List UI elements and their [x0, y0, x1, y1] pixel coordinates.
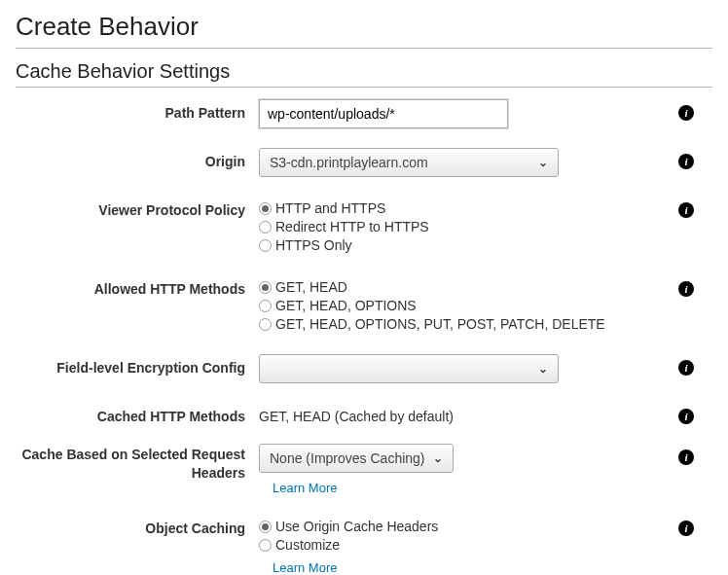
viewer-protocol-option-https-only[interactable]: HTTPS Only [259, 237, 660, 253]
allowed-methods-option-all[interactable]: GET, HEAD, OPTIONS, PUT, POST, PATCH, DE… [259, 316, 660, 332]
origin-selected-value: S3-cdn.printplaylearn.com [270, 155, 428, 170]
cache-headers-select[interactable]: None (Improves Caching) ⌄ [259, 444, 454, 473]
cache-headers-selected-value: None (Improves Caching) [270, 450, 425, 466]
path-pattern-input[interactable] [259, 99, 508, 128]
chevron-down-icon: ⌄ [538, 362, 548, 376]
allowed-methods-option-get-head[interactable]: GET, HEAD [259, 279, 660, 295]
radio-icon [259, 539, 272, 552]
cache-headers-learn-more-link[interactable]: Learn More [273, 481, 660, 495]
radio-icon [259, 318, 272, 331]
viewer-protocol-option-redirect[interactable]: Redirect HTTP to HTTPS [259, 219, 660, 234]
radio-label: GET, HEAD [275, 279, 347, 295]
cache-headers-label: Cache Based on Selected Request Headers [16, 444, 259, 483]
cached-methods-value: GET, HEAD (Cached by default) [259, 403, 660, 424]
title-divider [16, 48, 712, 49]
origin-select[interactable]: S3-cdn.printplaylearn.com ⌄ [259, 148, 559, 177]
origin-label: Origin [16, 148, 259, 169]
field-level-encryption-select[interactable]: ⌄ [259, 354, 559, 383]
object-caching-option-customize[interactable]: Customize [259, 537, 660, 553]
object-caching-option-origin[interactable]: Use Origin Cache Headers [259, 519, 660, 534]
info-icon[interactable]: i [678, 449, 694, 465]
radio-label: Use Origin Cache Headers [275, 519, 438, 534]
section-divider [16, 87, 712, 88]
radio-icon [259, 521, 272, 533]
info-icon[interactable]: i [678, 154, 694, 169]
radio-label: Redirect HTTP to HTTPS [275, 219, 429, 234]
field-level-encryption-label: Field-level Encryption Config [16, 354, 259, 376]
radio-icon [259, 202, 272, 215]
viewer-protocol-option-http-https[interactable]: HTTP and HTTPS [259, 200, 660, 216]
page-title: Create Behavior [16, 12, 712, 42]
radio-icon [259, 239, 272, 252]
chevron-down-icon: ⌄ [433, 451, 443, 465]
object-caching-learn-more-link[interactable]: Learn More [273, 560, 660, 575]
info-icon[interactable]: i [678, 105, 694, 121]
info-icon[interactable]: i [678, 409, 694, 424]
info-icon[interactable]: i [678, 521, 694, 536]
radio-label: Customize [275, 537, 340, 553]
radio-label: GET, HEAD, OPTIONS [275, 298, 417, 313]
object-caching-label: Object Caching [16, 515, 259, 536]
radio-label: HTTPS Only [275, 237, 352, 253]
cached-methods-label: Cached HTTP Methods [16, 403, 259, 424]
chevron-down-icon: ⌄ [538, 156, 548, 169]
radio-label: HTTP and HTTPS [275, 200, 385, 216]
info-icon[interactable]: i [678, 360, 694, 376]
radio-icon [259, 221, 272, 234]
allowed-methods-option-get-head-options[interactable]: GET, HEAD, OPTIONS [259, 298, 660, 313]
info-icon[interactable]: i [678, 281, 694, 297]
allowed-methods-label: Allowed HTTP Methods [16, 275, 259, 297]
path-pattern-label: Path Pattern [16, 99, 259, 121]
radio-label: GET, HEAD, OPTIONS, PUT, POST, PATCH, DE… [275, 316, 605, 332]
info-icon[interactable]: i [678, 202, 694, 218]
section-title: Cache Behavior Settings [16, 60, 712, 83]
viewer-protocol-label: Viewer Protocol Policy [16, 197, 259, 218]
radio-icon [259, 300, 272, 312]
radio-icon [259, 281, 272, 294]
